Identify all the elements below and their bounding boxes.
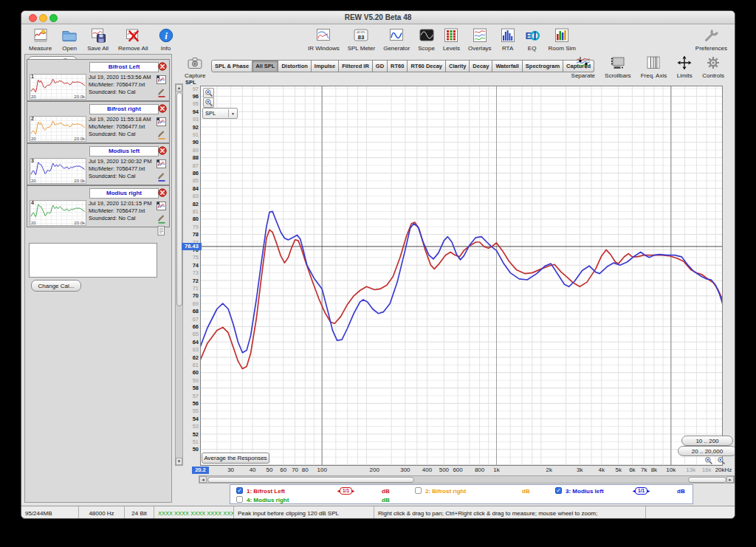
tab-clarity[interactable]: Clarity [446, 60, 470, 72]
tab-all-spl[interactable]: All SPL [252, 60, 278, 72]
change-cal-button[interactable]: Change Cal... [31, 280, 81, 292]
toolbar-levels-button[interactable]: Levels [443, 27, 460, 52]
trace-label[interactable]: 3: Modius left [566, 488, 604, 495]
measurement-info-icon[interactable] [157, 75, 166, 84]
view-freq-axis-button[interactable]: Freq. Axis [641, 54, 667, 79]
toolbar-measure-button[interactable]: Measure [29, 27, 52, 52]
tab-rt60[interactable]: RT60 [388, 60, 408, 72]
trace-legend: ✓1: Bifrost Left◂1/1▸dB2: Bifrost rightd… [230, 484, 693, 504]
toolbar-preferences-button[interactable]: Preferences [695, 27, 727, 52]
tab-distortion[interactable]: Distortion [278, 60, 311, 72]
measurement-info-icon[interactable] [157, 159, 166, 168]
toolbar-overlays-button[interactable]: Overlays [468, 27, 492, 52]
thumb-x-min: 20 [31, 137, 36, 141]
measurement-name-field[interactable]: Modius right [89, 188, 159, 199]
view-controls-button[interactable]: Controls [702, 54, 724, 79]
measurement-name-field[interactable]: Bifrost Left [89, 62, 159, 72]
tab-waterfall[interactable]: Waterfall [492, 60, 522, 72]
notes-box[interactable] [29, 243, 157, 278]
toolbar-remove-all-button[interactable]: Remove All [118, 27, 148, 52]
horizontal-scroll-thumb[interactable] [207, 477, 414, 483]
toolbar-info-button[interactable]: iInfo [158, 27, 174, 52]
average-responses-button[interactable]: Average the Responses [202, 453, 269, 464]
trace-checkbox[interactable] [236, 496, 243, 503]
view-scrollbars-button[interactable]: Scrollbars [605, 54, 631, 79]
range-10-200-button[interactable]: 10 .. 200 [681, 436, 733, 446]
scroll-left-button[interactable]: ◄ [199, 476, 207, 483]
zoom-y-in-button[interactable] [203, 88, 214, 98]
toolbar-generator-button[interactable]: Generator [383, 27, 410, 52]
scroll-down-button[interactable]: ▼ [176, 458, 182, 465]
tab-spl-phase[interactable]: SPL & Phase [211, 60, 252, 72]
measurement-name-field[interactable]: Bifrost right [89, 104, 159, 114]
measurement-thumbnail[interactable]: 42020.0k [30, 200, 86, 226]
tab-impulse[interactable]: Impulse [312, 60, 339, 72]
chart-horizontal-scrollbar[interactable]: ◄ ► [199, 475, 735, 484]
trace-label[interactable]: 1: Bifrost Left [247, 488, 285, 495]
delete-measurement-icon[interactable] [158, 188, 167, 197]
trace-checkbox[interactable] [415, 487, 422, 494]
app-window: REW V5.20 Beta 48 MeasureOpenSave AllRem… [21, 10, 735, 519]
zoom-x-out-button[interactable] [716, 456, 726, 465]
toolbar-open-button[interactable]: Open [61, 27, 78, 52]
trace-edit-pencil-icon[interactable] [157, 172, 166, 182]
delete-measurement-icon[interactable] [158, 146, 167, 155]
scroll-right-button[interactable]: ► [726, 476, 734, 483]
smoothing-control[interactable]: ◂1/1▸ [633, 487, 650, 495]
spl-plot[interactable] [200, 86, 723, 466]
toolbar-spl-meter-button[interactable]: dB SPL83SPL Meter [348, 27, 376, 52]
x-tick-label: 1k [486, 467, 508, 473]
delete-measurement-icon[interactable] [158, 62, 167, 71]
view-limits-button[interactable]: Limits [676, 54, 693, 79]
toolbar-room-sim-button[interactable]: Room Sim [549, 27, 576, 52]
zoom-y-out-button[interactable] [203, 97, 214, 108]
view-separate-button[interactable]: Separate [571, 54, 595, 79]
measurement-card-2[interactable]: Bifrost right22020.0kJul 19, 2020 11:55:… [27, 101, 170, 143]
chart-vertical-scrollbar[interactable]: ▲ ▼ [175, 83, 183, 466]
toolbar-scope-button[interactable]: Scope [418, 27, 435, 52]
notes-icon[interactable] [157, 226, 165, 235]
horizontal-scroll-segment[interactable] [688, 477, 726, 483]
toolbar-eq-button[interactable]: EEQ [524, 27, 540, 52]
measurement-thumbnail[interactable]: 12020.0k [30, 74, 86, 100]
smoothing-control[interactable]: ◂1/1▸ [337, 487, 354, 495]
y-axis-mode-dropdown[interactable]: SPL ▼ [202, 108, 238, 119]
measurement-date: Jul 19, 2020 12:01:15 PM [89, 200, 151, 207]
measurement-info-icon[interactable] [157, 117, 166, 126]
range-20-20000-button[interactable]: 20 .. 20,000 [678, 446, 735, 456]
tab-rt60-decay[interactable]: RT60 Decay [408, 60, 446, 72]
trace-edit-pencil-icon[interactable] [157, 214, 166, 224]
y-tick-label: 96 [185, 93, 199, 100]
delete-measurement-icon[interactable] [158, 104, 167, 113]
toolbar-ir-windows-button[interactable]: IR Windows [308, 27, 340, 52]
trace-edit-pencil-icon[interactable] [157, 88, 166, 97]
vertical-scroll-thumb[interactable] [176, 92, 182, 306]
toolbar-rta-button[interactable]: RTA [500, 27, 516, 52]
scroll-up-button[interactable]: ▲ [176, 84, 182, 92]
capture-button[interactable]: Capture [185, 54, 205, 79]
tab-filtered-ir[interactable]: Filtered IR [339, 60, 373, 72]
measurement-info-icon[interactable] [157, 202, 166, 210]
measurement-thumbnail[interactable]: 22020.0k [30, 116, 86, 142]
tab-decay[interactable]: Decay [470, 60, 492, 72]
measurement-card-1[interactable]: Bifrost Left12020.0kJul 19, 2020 11:53:5… [27, 59, 170, 101]
measurement-name-field[interactable]: Modius left [89, 146, 159, 156]
trace-checkbox[interactable]: ✓ [236, 487, 243, 494]
tab-spectrogram[interactable]: Spectrogram [523, 60, 563, 72]
measurement-thumbnail[interactable]: 32020.0k [30, 158, 86, 184]
measurement-card-4[interactable]: Modius right42020.0kJul 19, 2020 12:01:1… [27, 185, 170, 227]
measurement-info: Jul 19, 2020 11:53:56 AMMic/Meter: 70564… [89, 74, 151, 96]
y-tick-label: 82 [185, 201, 199, 207]
trace-checkbox[interactable]: ✓ [555, 487, 562, 494]
cursor-hz-readout: 20.2 [192, 467, 209, 474]
trace-label[interactable]: 2: Bifrost right [425, 488, 466, 495]
zoom-x-in-button[interactable] [704, 456, 713, 465]
trace-edit-pencil-icon[interactable] [157, 130, 166, 140]
trace-label[interactable]: 4: Modius right [247, 497, 289, 503]
titlebar[interactable]: REW V5.20 Beta 48 [21, 11, 735, 24]
toolbar-save-all-button[interactable]: Save All [87, 27, 109, 52]
tab-gd[interactable]: GD [373, 60, 388, 72]
smoothing-next-icon[interactable]: ▸ [352, 488, 354, 493]
smoothing-next-icon[interactable]: ▸ [647, 488, 650, 493]
measurement-card-3[interactable]: Modius left32020.0kJul 19, 2020 12:00:32… [27, 143, 170, 185]
